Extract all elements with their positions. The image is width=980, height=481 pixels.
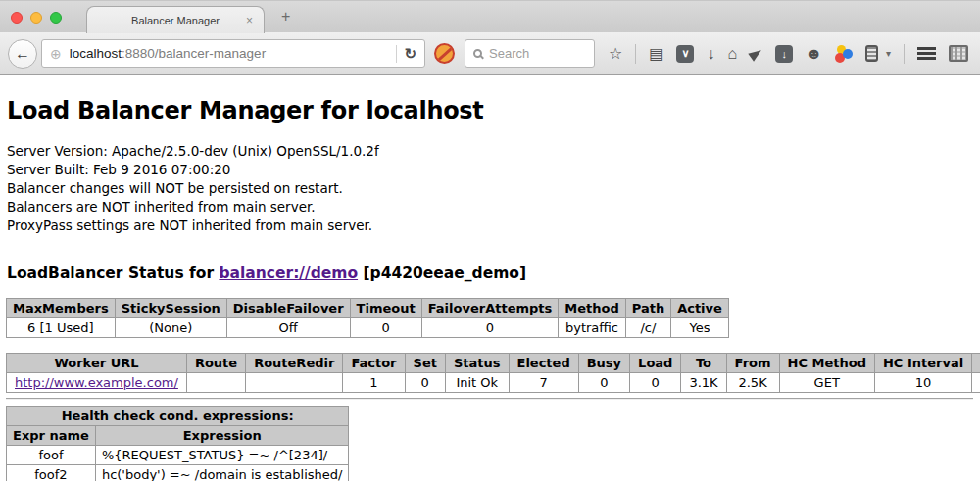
table-cell: 6 [1 Used] xyxy=(7,318,116,338)
table-cell: /c/ xyxy=(625,318,670,338)
table-cell: 0 xyxy=(578,373,629,393)
chevron-down-icon[interactable]: ▾ xyxy=(886,48,891,59)
minimize-window-button[interactable] xyxy=(30,12,42,24)
server-version-line: Server Version: Apache/2.5.0-dev (Unix) … xyxy=(7,142,973,161)
column-header: Factor xyxy=(343,354,405,373)
toolbar-icons: ☆ ▤ ∨ ↓ ⌂ ↓ ☻ ▾ xyxy=(609,44,972,64)
back-button[interactable]: ← xyxy=(8,39,37,69)
divider xyxy=(904,44,905,64)
battery-extension-icon[interactable] xyxy=(865,45,878,62)
balancer-demo-link[interactable]: balancer://demo xyxy=(219,265,358,282)
close-tab-icon[interactable]: × xyxy=(246,15,253,26)
search-input[interactable] xyxy=(489,46,582,61)
table-cell: 1 xyxy=(343,373,405,393)
server-info: Server Version: Apache/2.5.0-dev (Unix) … xyxy=(7,142,973,235)
pocket-icon[interactable]: ∨ xyxy=(676,45,694,63)
column-header: From xyxy=(726,354,779,373)
globe-icon: ⊕ xyxy=(50,46,62,62)
feedback-smiley-icon[interactable]: ☻ xyxy=(806,46,822,62)
heading-suffix: [p4420eeae_demo] xyxy=(358,265,526,282)
table-cell: 1 (0) xyxy=(972,373,980,393)
column-header: HC Interval xyxy=(874,354,971,373)
column-header: Method xyxy=(559,299,625,318)
column-header: StickySession xyxy=(115,299,226,318)
column-header: To xyxy=(681,354,726,373)
table-cell: GET xyxy=(779,373,874,393)
url-bar[interactable]: ⊕ localhost:8880/balancer-manager ↻ xyxy=(41,39,425,68)
url-text: localhost:8880/balancer-manager xyxy=(70,46,390,61)
balancer-settings-table: MaxMembersStickySessionDisableFailoverTi… xyxy=(6,298,729,338)
column-header: Timeout xyxy=(350,299,421,318)
page-content: Load Balancer Manager for localhost Serv… xyxy=(0,97,980,481)
colorpicker-extension-icon[interactable] xyxy=(835,45,853,63)
tab-bar: Balancer Manager × + xyxy=(0,0,980,32)
table-cell: 2.5K xyxy=(726,373,779,393)
url-path: :8880/balancer-manager xyxy=(122,46,266,61)
table-header-row: Expr nameExpression xyxy=(7,426,349,446)
close-window-button[interactable] xyxy=(11,12,23,24)
column-header: HC Method xyxy=(779,354,874,373)
reading-list-icon[interactable]: ▤ xyxy=(649,46,663,62)
downloads-icon[interactable]: ↓ xyxy=(707,46,714,62)
table-row: http://www.example.com/10Init Ok7003.1K2… xyxy=(7,373,980,393)
column-header: Worker URL xyxy=(7,354,187,373)
table-header-row: Worker URLRouteRouteRedirFactorSetStatus… xyxy=(7,354,980,373)
send-tab-icon[interactable] xyxy=(748,46,763,62)
bookmark-star-icon[interactable]: ☆ xyxy=(609,46,622,62)
tab-title: Balancer Manager xyxy=(131,15,220,26)
tab-balancer-manager[interactable]: Balancer Manager × xyxy=(86,6,265,33)
divider xyxy=(635,44,636,64)
table-cell: 0 xyxy=(405,373,445,393)
table-cell: 3.1K xyxy=(681,373,726,393)
table-cell: Init Ok xyxy=(445,373,509,393)
zoom-window-button[interactable] xyxy=(50,12,62,24)
tiles-extension-icon[interactable] xyxy=(949,45,968,62)
table-cell: foof2 xyxy=(7,465,96,481)
table-row: foof%{REQUEST_STATUS} =~ /^[234]/ xyxy=(7,446,349,465)
table-cell: hc('body') =~ /domain is established/ xyxy=(95,465,349,481)
table-cell xyxy=(246,373,343,393)
table-cell: 10 xyxy=(874,373,971,393)
table-cell: Yes xyxy=(671,318,729,338)
reload-button[interactable]: ↻ xyxy=(404,45,416,63)
column-header: Expr name xyxy=(7,426,96,446)
table-title-row: Health check cond. expressions: xyxy=(7,407,349,426)
health-check-table: Health check cond. expressions: Expr nam… xyxy=(6,406,349,481)
table-cell: http://www.example.com/ xyxy=(7,373,187,393)
table-cell: 0 xyxy=(350,318,421,338)
home-icon[interactable]: ⌂ xyxy=(727,46,737,62)
table-cell: (None) xyxy=(115,318,226,338)
balancers-note-line: Balancers are NOT inherited from main se… xyxy=(7,198,973,216)
back-arrow-icon: ← xyxy=(15,45,30,63)
search-icon xyxy=(473,49,482,58)
menu-hamburger-icon[interactable] xyxy=(917,47,936,60)
worker-status-table: Worker URLRouteRouteRedirFactorSetStatus… xyxy=(6,353,980,393)
table-cell: 0 xyxy=(421,318,559,338)
column-header: FailoverAttempts xyxy=(421,299,559,318)
column-header: Busy xyxy=(578,354,629,373)
table-cell: 7 xyxy=(509,373,578,393)
new-tab-button[interactable]: + xyxy=(281,8,290,25)
column-header: MaxMembers xyxy=(7,299,116,318)
content-blocker-extension-icon[interactable] xyxy=(434,43,455,64)
column-header: RouteRedir xyxy=(246,354,343,373)
section-divider xyxy=(6,398,973,400)
search-box[interactable] xyxy=(465,39,595,68)
download-manager-extension-icon[interactable]: ↓ xyxy=(775,45,793,63)
browser-window: Balancer Manager × + ← ⊕ localhost:8880/… xyxy=(0,0,980,75)
health-table-title: Health check cond. expressions: xyxy=(7,407,349,426)
column-header: Passes xyxy=(972,354,980,373)
worker-url-link[interactable]: http://www.example.com/ xyxy=(15,375,178,390)
column-header: Set xyxy=(405,354,445,373)
balancer-status-heading: LoadBalancer Status for balancer://demo … xyxy=(7,265,973,282)
persist-note-line: Balancer changes will NOT be persisted o… xyxy=(7,179,973,198)
column-header: Active xyxy=(671,299,729,318)
navigation-toolbar: ← ⊕ localhost:8880/balancer-manager ↻ ☆ … xyxy=(0,32,980,75)
table-cell xyxy=(186,373,245,393)
column-header: Route xyxy=(186,354,245,373)
column-header: Load xyxy=(630,354,681,373)
url-host: localhost xyxy=(70,46,122,61)
column-header: Path xyxy=(625,299,670,318)
proxypass-note-line: ProxyPass settings are NOT inherited fro… xyxy=(7,216,973,235)
table-header-row: MaxMembersStickySessionDisableFailoverTi… xyxy=(7,299,729,318)
